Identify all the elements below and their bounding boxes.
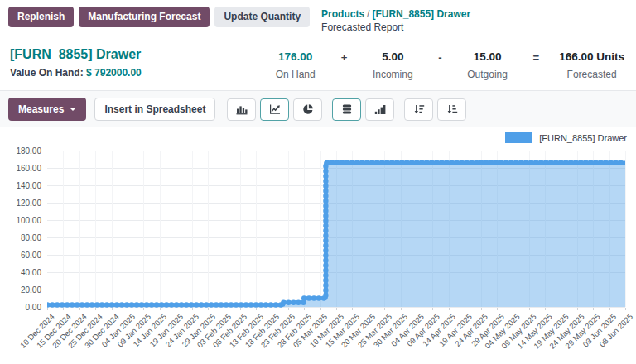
y-axis-tick-label: 40.00 — [0, 268, 41, 277]
value-on-hand: Value On Hand: $ 792000.00 — [10, 67, 142, 79]
y-axis-tick-label: 0.00 — [0, 303, 41, 312]
forecast-summary: [FURN_8855] Drawer Value On Hand: $ 7920… — [0, 39, 636, 91]
x-axis-tick — [625, 308, 626, 310]
incoming-value: 5.00 — [382, 50, 403, 65]
chart-view-controls — [227, 98, 466, 121]
y-axis-tick-label: 80.00 — [0, 233, 41, 242]
sort-descending-icon-button[interactable] — [404, 98, 433, 121]
y-axis-tick-label: 180.00 — [0, 146, 41, 156]
legend-label: [FURN_8855] Drawer — [539, 133, 627, 143]
sort-descending-icon — [413, 103, 425, 115]
breadcrumb-subtitle: Forecasted Report — [321, 21, 470, 34]
breadcrumb-products-link[interactable]: Products — [321, 8, 364, 20]
legend-swatch — [505, 132, 532, 143]
outgoing-label: Outgoing — [467, 69, 508, 80]
forecasted-label: Forecasted — [567, 69, 617, 80]
icon-button-group — [227, 98, 322, 121]
manufacturing-forecast-button[interactable]: Manufacturing Forecast — [79, 7, 210, 27]
pie-chart-icon-button[interactable] — [293, 98, 322, 121]
measures-label: Measures — [18, 103, 64, 115]
y-axis-tick-label: 160.00 — [0, 164, 41, 173]
forecast-series[interactable] — [47, 151, 625, 309]
line-chart-icon-button[interactable] — [260, 98, 289, 121]
stacked-icon-button[interactable] — [332, 98, 361, 121]
stat-outgoing: 15.00 Outgoing — [462, 50, 513, 80]
chevron-down-icon — [70, 108, 76, 111]
on-hand-value: 176.00 — [278, 50, 312, 65]
page-title: [FURN_8855] Drawer — [10, 47, 142, 62]
breadcrumb: Products/[FURN_8855] Drawer Forecasted R… — [321, 7, 470, 34]
forecast-chart: [FURN_8855] Drawer 180.00160.00140.00120… — [0, 127, 636, 361]
breadcrumb-current-link[interactable]: [FURN_8855] Drawer — [372, 8, 470, 20]
top-action-bar: Replenish Manufacturing Forecast Update … — [0, 0, 636, 39]
y-axis-tick-label: 60.00 — [0, 251, 41, 260]
forecasted-value: 166.00 Units — [559, 50, 624, 65]
icon-button-group — [404, 98, 466, 121]
y-axis-tick-label: 140.00 — [0, 181, 41, 190]
line-chart-icon — [269, 103, 281, 115]
pie-chart-icon — [302, 103, 314, 115]
outgoing-value: 15.00 — [474, 50, 502, 65]
icon-button-group — [332, 98, 394, 121]
plus-operator: + — [341, 50, 348, 65]
update-quantity-button[interactable]: Update Quantity — [214, 7, 310, 27]
equals-operator: = — [533, 50, 540, 65]
y-axis-tick-label: 20.00 — [0, 285, 41, 295]
measures-button[interactable]: Measures — [8, 98, 86, 121]
cumulative-icon-button[interactable] — [365, 98, 394, 121]
bar-chart-icon-button[interactable] — [227, 98, 256, 121]
on-hand-label: On Hand — [276, 69, 316, 80]
sort-ascending-icon-button[interactable] — [437, 98, 466, 121]
value-on-hand-label: Value On Hand: — [10, 67, 84, 79]
bar-chart-icon — [236, 103, 248, 115]
cumulative-icon — [374, 103, 386, 115]
stat-forecasted: 166.00 Units Forecasted — [559, 50, 624, 80]
insert-in-spreadsheet-button[interactable]: Insert in Spreadsheet — [94, 98, 215, 121]
stock-stats: 176.00 On Hand + 5.00 Incoming - 15.00 O… — [270, 47, 624, 80]
incoming-label: Incoming — [373, 69, 413, 80]
x-gridline — [625, 151, 626, 307]
product-summary: [FURN_8855] Drawer Value On Hand: $ 7920… — [10, 47, 142, 79]
stat-on-hand: 176.00 On Hand — [270, 50, 321, 80]
sort-ascending-icon — [446, 103, 458, 115]
y-axis-tick-label: 120.00 — [0, 199, 41, 208]
minus-operator: - — [438, 50, 441, 65]
value-on-hand-amount: $ 792000.00 — [86, 67, 142, 79]
stat-incoming: 5.00 Incoming — [367, 50, 418, 80]
replenish-button[interactable]: Replenish — [8, 7, 74, 27]
graph-toolbar: Measures Insert in Spreadsheet — [0, 91, 636, 127]
stacked-icon — [341, 103, 353, 115]
y-axis-tick-label: 100.00 — [0, 216, 41, 225]
chart-legend[interactable]: [FURN_8855] Drawer — [505, 132, 627, 143]
